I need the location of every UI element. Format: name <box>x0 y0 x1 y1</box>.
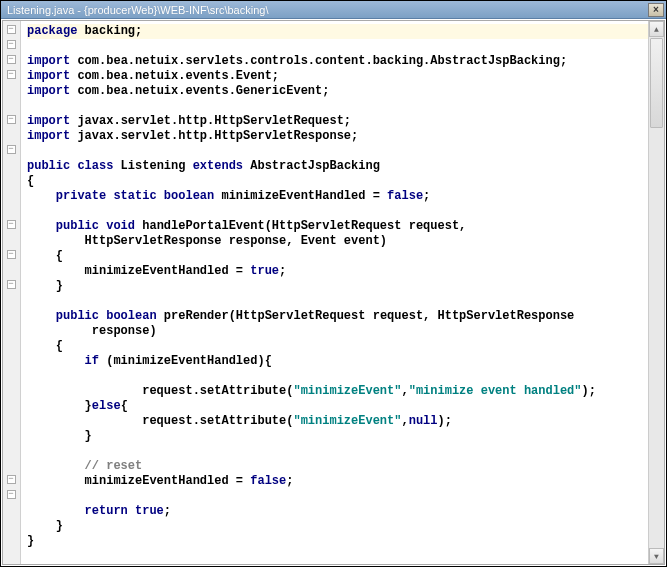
code-line[interactable] <box>27 144 648 159</box>
code-line[interactable] <box>27 444 648 459</box>
code-line[interactable]: return true; <box>27 504 648 519</box>
fold-toggle-icon[interactable]: − <box>7 220 16 229</box>
code-line[interactable]: response) <box>27 324 648 339</box>
close-button[interactable]: × <box>648 3 664 17</box>
code-line[interactable]: if (minimizeEventHandled){ <box>27 354 648 369</box>
code-content[interactable]: package backing; import com.bea.netuix.s… <box>21 21 648 564</box>
code-line[interactable]: } <box>27 279 648 294</box>
code-line[interactable] <box>27 294 648 309</box>
code-line[interactable]: public void handlePortalEvent(HttpServle… <box>27 219 648 234</box>
code-line[interactable]: import com.bea.netuix.servlets.controls.… <box>27 54 648 69</box>
fold-toggle-icon[interactable]: − <box>7 55 16 64</box>
code-line[interactable] <box>27 204 648 219</box>
window-title: Listening.java - {producerWeb}\WEB-INF\s… <box>7 4 268 16</box>
scroll-thumb[interactable] <box>650 38 663 128</box>
code-line[interactable]: } <box>27 534 648 549</box>
code-line[interactable]: // reset <box>27 459 648 474</box>
code-line[interactable]: { <box>27 174 648 189</box>
code-line[interactable]: { <box>27 339 648 354</box>
code-line[interactable]: } <box>27 429 648 444</box>
scroll-up-button[interactable]: ▲ <box>649 21 664 37</box>
fold-toggle-icon[interactable]: − <box>7 280 16 289</box>
code-line[interactable]: minimizeEventHandled = true; <box>27 264 648 279</box>
code-line[interactable]: minimizeEventHandled = false; <box>27 474 648 489</box>
code-line[interactable]: import com.bea.netuix.events.Event; <box>27 69 648 84</box>
fold-toggle-icon[interactable]: − <box>7 115 16 124</box>
code-line[interactable]: public boolean preRender(HttpServletRequ… <box>27 309 648 324</box>
code-line[interactable]: import javax.servlet.http.HttpServletRes… <box>27 129 648 144</box>
code-line[interactable] <box>27 39 648 54</box>
code-line[interactable]: import com.bea.netuix.events.GenericEven… <box>27 84 648 99</box>
code-line[interactable]: { <box>27 249 648 264</box>
code-line[interactable]: package backing; <box>27 24 648 39</box>
scroll-down-button[interactable]: ▼ <box>649 548 664 564</box>
titlebar[interactable]: Listening.java - {producerWeb}\WEB-INF\s… <box>1 1 666 19</box>
fold-toggle-icon[interactable]: − <box>7 475 16 484</box>
code-line[interactable]: }else{ <box>27 399 648 414</box>
code-line[interactable]: request.setAttribute("minimizeEvent",nul… <box>27 414 648 429</box>
fold-toggle-icon[interactable]: − <box>7 490 16 499</box>
code-line[interactable] <box>27 99 648 114</box>
code-line[interactable]: private static boolean minimizeEventHand… <box>27 189 648 204</box>
code-line[interactable]: HttpServletResponse response, Event even… <box>27 234 648 249</box>
code-line[interactable]: public class Listening extends AbstractJ… <box>27 159 648 174</box>
code-editor: −−−−−−−−−−−○ package backing; import com… <box>2 20 665 565</box>
code-line[interactable]: } <box>27 519 648 534</box>
fold-toggle-icon[interactable]: − <box>7 40 16 49</box>
code-line[interactable]: request.setAttribute("minimizeEvent","mi… <box>27 384 648 399</box>
code-line[interactable] <box>27 369 648 384</box>
code-line[interactable] <box>27 489 648 504</box>
fold-toggle-icon[interactable]: − <box>7 70 16 79</box>
fold-toggle-icon[interactable]: − <box>7 145 16 154</box>
vertical-scrollbar[interactable]: ▲ ▼ <box>648 21 664 564</box>
fold-toggle-icon[interactable]: − <box>7 25 16 34</box>
gutter[interactable]: −−−−−−−−−−−○ <box>3 21 21 564</box>
fold-toggle-icon[interactable]: − <box>7 250 16 259</box>
code-line[interactable]: import javax.servlet.http.HttpServletReq… <box>27 114 648 129</box>
